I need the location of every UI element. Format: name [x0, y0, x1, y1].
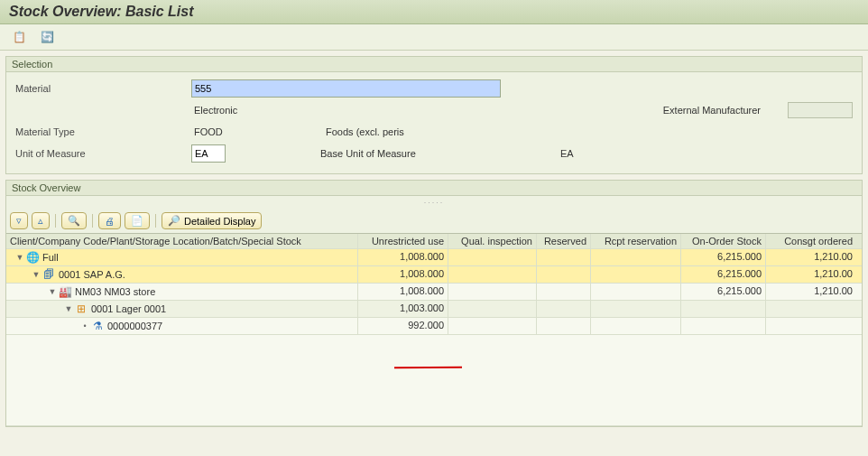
mtype-value: FOOD: [191, 126, 323, 138]
uom-text: Base Unit of Measure: [318, 147, 558, 160]
tree-expand-icon[interactable]: ▼: [48, 287, 57, 296]
collapse-up-icon: ▵: [38, 215, 43, 227]
col-qual-inspection[interactable]: Qual. inspection: [448, 234, 537, 248]
storage-icon: ⊞: [75, 302, 88, 315]
table-row[interactable]: •⚗0000000377992.000: [6, 318, 862, 335]
col-consgt[interactable]: Consgt ordered: [766, 234, 856, 248]
cell-unrestricted: 1,008.000: [358, 284, 448, 300]
cell-reserved: [537, 318, 591, 334]
plant-icon: 🏭: [59, 285, 71, 298]
expand-all-button[interactable]: ▿: [10, 212, 28, 229]
spacer-label: [15, 104, 191, 116]
grid-empty-area: [6, 335, 862, 426]
col-unrestricted[interactable]: Unrestricted use: [358, 234, 448, 248]
cell-qual: [448, 318, 537, 334]
selection-pane: Selection Material Electronic External M…: [5, 56, 863, 174]
cell-reserved: [537, 301, 591, 317]
material-text: Electronic: [191, 104, 422, 116]
print-button[interactable]: 🖨: [98, 212, 121, 229]
flask-icon: ⚗: [91, 320, 104, 332]
ext-manu-field[interactable]: [788, 102, 853, 118]
col-reserved[interactable]: Reserved: [537, 234, 591, 248]
clipboard-icon: 📋: [13, 31, 26, 43]
export-button[interactable]: 📄: [125, 212, 150, 229]
cell-rcpt: [591, 318, 681, 334]
cell-consgt: 1,210.00: [766, 284, 856, 300]
col-rcpt-reservation[interactable]: Rcpt reservation: [591, 234, 681, 248]
cell-consgt: [766, 318, 856, 334]
cell-consgt: 1,210.00: [766, 266, 856, 283]
print-icon: 🖨: [105, 216, 115, 227]
binoculars-icon: 🔍: [68, 215, 80, 227]
table-row[interactable]: ▼🌐Full1,008.0006,215.0001,210.00: [6, 249, 862, 266]
assign-button[interactable]: 📋: [9, 28, 30, 46]
find-button[interactable]: 🔍: [61, 212, 87, 229]
cell-onorder: 6,215.000: [681, 249, 766, 265]
page-title: Stock Overview: Basic List: [0, 0, 868, 24]
cell-unrestricted: 1,008.000: [358, 266, 448, 283]
cell-reserved: [537, 266, 591, 283]
stock-grid: Client/Company Code/Plant/Storage Locati…: [6, 233, 862, 426]
cell-reserved: [537, 249, 591, 265]
row-label: Full: [42, 252, 59, 263]
cell-qual: [448, 284, 537, 300]
resize-handle[interactable]: ·····: [6, 196, 862, 209]
cell-rcpt: [591, 249, 681, 265]
row-label: NM03 NM03 store: [75, 286, 155, 297]
table-row[interactable]: ▼⊞0001 Lager 00011,003.000: [6, 301, 862, 318]
row-label: 0001 Lager 0001: [91, 303, 166, 314]
detail-icon: 🔎: [168, 215, 180, 227]
uom-right: EA: [558, 147, 577, 160]
col-hierarchy[interactable]: Client/Company Code/Plant/Storage Locati…: [6, 234, 358, 248]
mtype-text: Foods (excl. peris: [323, 126, 407, 138]
cell-rcpt: [591, 301, 681, 317]
tree-expand-icon[interactable]: ▼: [15, 253, 24, 262]
cell-qual: [448, 301, 537, 317]
main-toolbar: 📋 🔄: [0, 24, 868, 51]
cell-rcpt: [591, 284, 681, 300]
cell-onorder: 6,215.000: [681, 284, 766, 300]
material-input[interactable]: [191, 79, 501, 98]
tree-leaf-icon: •: [80, 321, 89, 330]
cell-qual: [448, 266, 537, 283]
cell-unrestricted: 1,003.000: [358, 301, 448, 317]
cell-rcpt: [591, 266, 681, 283]
selection-pane-title: Selection: [6, 57, 862, 72]
detailed-display-button[interactable]: 🔎 Detailed Display: [162, 212, 262, 229]
cell-consgt: 1,210.00: [766, 249, 856, 265]
cell-unrestricted: 1,008.000: [358, 249, 448, 265]
sheet-icon: 📄: [131, 215, 143, 227]
cell-onorder: 6,215.000: [681, 266, 766, 283]
grid-toolbar: ▿ ▵ 🔍 🖨 📄 🔎 Detailed Display: [6, 209, 862, 233]
cell-reserved: [537, 284, 591, 300]
tree-expand-icon[interactable]: ▼: [64, 304, 73, 313]
overview-pane-title: Stock Overview: [6, 181, 862, 196]
ext-manu-label: External Manufacturer: [663, 105, 761, 116]
tree-expand-icon[interactable]: ▼: [32, 270, 41, 279]
col-on-order[interactable]: On-Order Stock: [681, 234, 766, 248]
mtype-label: Material Type: [15, 126, 191, 137]
table-row[interactable]: ▼🗐0001 SAP A.G.1,008.0006,215.0001,210.0…: [6, 266, 862, 284]
overview-pane: Stock Overview ····· ▿ ▵ 🔍 🖨 📄 🔎 Detaile…: [5, 180, 863, 427]
refresh-icon: 🔄: [41, 31, 54, 43]
detailed-display-label: Detailed Display: [184, 216, 255, 227]
uom-input[interactable]: [191, 144, 226, 163]
grid-header: Client/Company Code/Plant/Storage Locati…: [6, 234, 862, 249]
row-label: 0000000377: [107, 321, 162, 331]
row-label: 0001 SAP A.G.: [59, 269, 125, 280]
collapse-all-button[interactable]: ▵: [32, 212, 50, 229]
cell-consgt: [766, 301, 856, 317]
world-icon: 🌐: [26, 251, 39, 264]
cell-onorder: [681, 301, 766, 317]
expand-down-icon: ▿: [16, 215, 22, 227]
cell-unrestricted: 992.000: [358, 318, 448, 334]
cell-onorder: [681, 318, 766, 334]
uom-label: Unit of Measure: [15, 148, 191, 159]
doc-icon: 🗐: [42, 268, 55, 281]
material-label: Material: [15, 83, 191, 94]
cell-qual: [448, 249, 537, 265]
table-row[interactable]: ▼🏭NM03 NM03 store1,008.0006,215.0001,210…: [6, 284, 862, 301]
refresh-button[interactable]: 🔄: [37, 28, 58, 46]
